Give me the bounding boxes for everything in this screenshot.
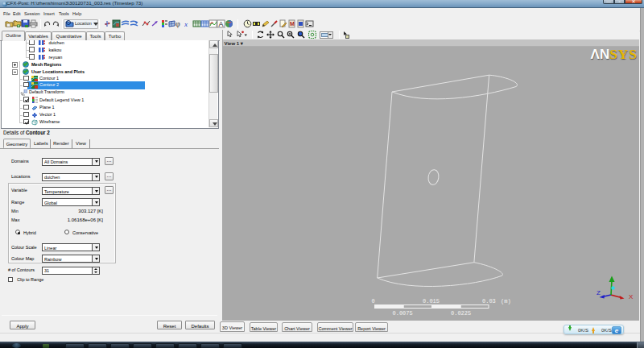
svg-text:X: X (629, 293, 634, 300)
svg-text:Z: Z (597, 289, 601, 296)
svg-text:A: A (219, 20, 224, 28)
svg-text:φ: φ (175, 19, 180, 28)
svg-text:x: x (184, 20, 188, 28)
svg-text:M: M (290, 21, 295, 27)
